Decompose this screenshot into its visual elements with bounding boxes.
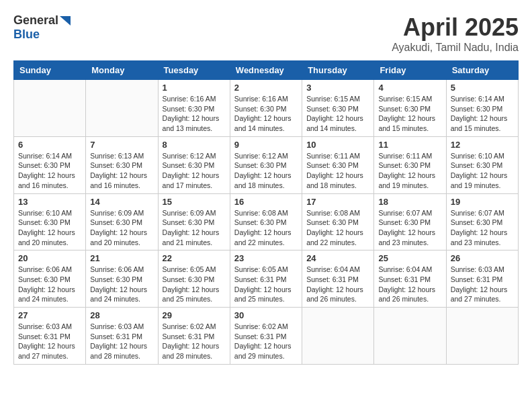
day-info: Sunrise: 6:05 AM Sunset: 6:31 PM Dayligh… [234, 265, 298, 304]
day-number: 21 [90, 253, 153, 263]
day-number: 25 [378, 253, 441, 263]
table-row: 5Sunrise: 6:14 AM Sunset: 6:30 PM Daylig… [446, 80, 518, 137]
table-row: 16Sunrise: 6:08 AM Sunset: 6:30 PM Dayli… [230, 193, 302, 250]
day-info: Sunrise: 6:14 AM Sunset: 6:30 PM Dayligh… [18, 151, 81, 191]
logo: General Blue [13, 13, 72, 42]
table-row: 26Sunrise: 6:03 AM Sunset: 6:31 PM Dayli… [446, 250, 518, 308]
header: General Blue April 2025 Ayakudi, Tamil N… [13, 13, 519, 54]
logo-blue: Blue [13, 28, 40, 41]
calendar-week-row: 13Sunrise: 6:10 AM Sunset: 6:30 PM Dayli… [14, 193, 519, 250]
day-number: 5 [451, 83, 514, 93]
title-area: April 2025 Ayakudi, Tamil Nadu, India [392, 13, 519, 54]
day-info: Sunrise: 6:09 AM Sunset: 6:30 PM Dayligh… [90, 208, 153, 248]
day-number: 3 [306, 83, 369, 93]
day-info: Sunrise: 6:02 AM Sunset: 6:31 PM Dayligh… [163, 322, 226, 361]
day-info: Sunrise: 6:03 AM Sunset: 6:31 PM Dayligh… [18, 322, 81, 361]
table-row: 23Sunrise: 6:05 AM Sunset: 6:31 PM Dayli… [230, 250, 302, 308]
day-info: Sunrise: 6:03 AM Sunset: 6:31 PM Dayligh… [90, 322, 153, 361]
table-row: 11Sunrise: 6:11 AM Sunset: 6:30 PM Dayli… [374, 136, 446, 193]
table-row: 15Sunrise: 6:09 AM Sunset: 6:30 PM Dayli… [158, 193, 230, 250]
day-info: Sunrise: 6:14 AM Sunset: 6:30 PM Dayligh… [451, 94, 514, 134]
day-number: 24 [306, 253, 369, 263]
day-info: Sunrise: 6:04 AM Sunset: 6:31 PM Dayligh… [306, 265, 369, 304]
day-info: Sunrise: 6:11 AM Sunset: 6:30 PM Dayligh… [306, 151, 369, 191]
day-number: 8 [163, 140, 226, 150]
day-number: 15 [163, 197, 226, 207]
day-info: Sunrise: 6:12 AM Sunset: 6:30 PM Dayligh… [234, 151, 298, 191]
day-number: 20 [18, 253, 81, 263]
day-number: 7 [90, 140, 153, 150]
header-thursday: Thursday [302, 61, 374, 80]
month-title: April 2025 [392, 13, 519, 42]
header-tuesday: Tuesday [158, 61, 230, 80]
svg-marker-0 [60, 16, 71, 26]
day-info: Sunrise: 6:16 AM Sunset: 6:30 PM Dayligh… [163, 94, 226, 134]
day-number: 6 [18, 140, 81, 150]
day-number: 29 [163, 310, 226, 320]
calendar-week-row: 20Sunrise: 6:06 AM Sunset: 6:30 PM Dayli… [14, 250, 519, 308]
table-row: 6Sunrise: 6:14 AM Sunset: 6:30 PM Daylig… [14, 136, 86, 193]
location-title: Ayakudi, Tamil Nadu, India [392, 42, 519, 54]
table-row: 9Sunrise: 6:12 AM Sunset: 6:30 PM Daylig… [230, 136, 302, 193]
table-row: 1Sunrise: 6:16 AM Sunset: 6:30 PM Daylig… [158, 80, 230, 137]
table-row [302, 308, 374, 365]
weekday-header-row: Sunday Monday Tuesday Wednesday Thursday… [14, 61, 519, 80]
table-row: 8Sunrise: 6:12 AM Sunset: 6:30 PM Daylig… [158, 136, 230, 193]
table-row: 14Sunrise: 6:09 AM Sunset: 6:30 PM Dayli… [86, 193, 158, 250]
day-info: Sunrise: 6:10 AM Sunset: 6:30 PM Dayligh… [451, 151, 514, 191]
day-number: 23 [234, 253, 298, 263]
table-row: 25Sunrise: 6:04 AM Sunset: 6:31 PM Dayli… [374, 250, 446, 308]
table-row [374, 308, 446, 365]
header-wednesday: Wednesday [230, 61, 302, 80]
table-row [86, 80, 158, 137]
header-monday: Monday [86, 61, 158, 80]
day-number: 2 [234, 83, 298, 93]
day-number: 22 [163, 253, 226, 263]
table-row: 24Sunrise: 6:04 AM Sunset: 6:31 PM Dayli… [302, 250, 374, 308]
day-info: Sunrise: 6:11 AM Sunset: 6:30 PM Dayligh… [378, 151, 441, 191]
day-info: Sunrise: 6:10 AM Sunset: 6:30 PM Dayligh… [18, 208, 81, 248]
table-row: 13Sunrise: 6:10 AM Sunset: 6:30 PM Dayli… [14, 193, 86, 250]
day-info: Sunrise: 6:03 AM Sunset: 6:31 PM Dayligh… [451, 265, 514, 304]
table-row: 29Sunrise: 6:02 AM Sunset: 6:31 PM Dayli… [158, 308, 230, 365]
day-number: 16 [234, 197, 298, 207]
day-info: Sunrise: 6:05 AM Sunset: 6:30 PM Dayligh… [163, 265, 226, 304]
day-info: Sunrise: 6:13 AM Sunset: 6:30 PM Dayligh… [90, 151, 153, 191]
calendar-week-row: 6Sunrise: 6:14 AM Sunset: 6:30 PM Daylig… [14, 136, 519, 193]
table-row: 27Sunrise: 6:03 AM Sunset: 6:31 PM Dayli… [14, 308, 86, 365]
calendar-week-row: 1Sunrise: 6:16 AM Sunset: 6:30 PM Daylig… [14, 80, 519, 137]
day-number: 1 [163, 83, 226, 93]
day-number: 10 [306, 140, 369, 150]
header-sunday: Sunday [14, 61, 86, 80]
table-row: 4Sunrise: 6:15 AM Sunset: 6:30 PM Daylig… [374, 80, 446, 137]
day-info: Sunrise: 6:16 AM Sunset: 6:30 PM Dayligh… [234, 94, 298, 134]
day-info: Sunrise: 6:02 AM Sunset: 6:31 PM Dayligh… [234, 322, 298, 361]
table-row: 19Sunrise: 6:07 AM Sunset: 6:30 PM Dayli… [446, 193, 518, 250]
day-number: 4 [378, 83, 441, 93]
table-row: 20Sunrise: 6:06 AM Sunset: 6:30 PM Dayli… [14, 250, 86, 308]
table-row: 7Sunrise: 6:13 AM Sunset: 6:30 PM Daylig… [86, 136, 158, 193]
calendar: Sunday Monday Tuesday Wednesday Thursday… [13, 60, 519, 365]
day-info: Sunrise: 6:07 AM Sunset: 6:30 PM Dayligh… [378, 208, 441, 248]
day-number: 9 [234, 140, 298, 150]
day-info: Sunrise: 6:09 AM Sunset: 6:30 PM Dayligh… [163, 208, 226, 248]
day-number: 14 [90, 197, 153, 207]
day-info: Sunrise: 6:04 AM Sunset: 6:31 PM Dayligh… [378, 265, 441, 304]
day-number: 19 [451, 197, 514, 207]
day-number: 26 [451, 253, 514, 263]
table-row: 30Sunrise: 6:02 AM Sunset: 6:31 PM Dayli… [230, 308, 302, 365]
table-row: 10Sunrise: 6:11 AM Sunset: 6:30 PM Dayli… [302, 136, 374, 193]
table-row: 12Sunrise: 6:10 AM Sunset: 6:30 PM Dayli… [446, 136, 518, 193]
table-row: 3Sunrise: 6:15 AM Sunset: 6:30 PM Daylig… [302, 80, 374, 137]
table-row: 2Sunrise: 6:16 AM Sunset: 6:30 PM Daylig… [230, 80, 302, 137]
table-row: 22Sunrise: 6:05 AM Sunset: 6:30 PM Dayli… [158, 250, 230, 308]
logo-icon [60, 16, 71, 26]
day-info: Sunrise: 6:07 AM Sunset: 6:30 PM Dayligh… [451, 208, 514, 248]
table-row: 17Sunrise: 6:08 AM Sunset: 6:30 PM Dayli… [302, 193, 374, 250]
day-info: Sunrise: 6:06 AM Sunset: 6:30 PM Dayligh… [90, 265, 153, 304]
table-row: 21Sunrise: 6:06 AM Sunset: 6:30 PM Dayli… [86, 250, 158, 308]
day-info: Sunrise: 6:06 AM Sunset: 6:30 PM Dayligh… [18, 265, 81, 304]
day-info: Sunrise: 6:15 AM Sunset: 6:30 PM Dayligh… [378, 94, 441, 134]
day-info: Sunrise: 6:08 AM Sunset: 6:30 PM Dayligh… [306, 208, 369, 248]
header-friday: Friday [374, 61, 446, 80]
